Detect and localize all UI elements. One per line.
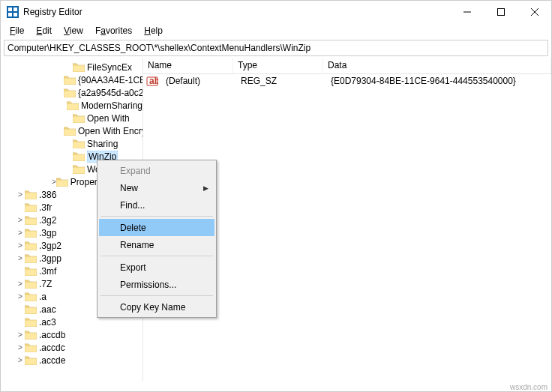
expand-icon[interactable]: >	[16, 229, 25, 237]
menu-new-label: New	[120, 183, 138, 193]
tree-item-label: .accde	[39, 355, 65, 366]
value-type: REG_SZ	[236, 75, 326, 87]
address-path: Computer\HKEY_CLASSES_ROOT\*\shellex\Con…	[8, 43, 310, 53]
watermark: wsxdn.com	[510, 383, 548, 391]
svg-rect-2	[8, 13, 12, 16]
tree-item-label: .accdb	[39, 330, 65, 340]
submenu-arrow-icon: ▶	[203, 184, 208, 192]
menu-help[interactable]: Help	[140, 24, 167, 37]
tree-item-label: .accdc	[39, 343, 65, 353]
maximize-button[interactable]	[484, 1, 518, 23]
tree-item-label: .aac	[39, 304, 56, 315]
menu-copy-key-name[interactable]: Copy Key Name	[99, 298, 214, 316]
tree-item-label: .3gp	[39, 228, 56, 238]
menu-permissions[interactable]: Permissions...	[99, 276, 214, 293]
expand-icon[interactable]: >	[16, 241, 25, 250]
folder-icon	[64, 126, 76, 136]
folder-icon	[25, 355, 37, 365]
tree-item[interactable]: Open With EncryptionMenu	[1, 124, 142, 137]
folder-icon	[25, 228, 37, 238]
folder-icon	[25, 330, 37, 340]
expand-icon[interactable]: >	[16, 331, 25, 339]
svg-rect-5	[497, 9, 504, 16]
tree-item-label: .3fr	[39, 202, 52, 213]
expand-icon[interactable]: >	[16, 254, 25, 262]
header-name[interactable]: Name	[143, 58, 233, 73]
folder-icon	[25, 279, 37, 289]
menu-delete[interactable]: Delete	[99, 219, 214, 236]
folder-icon	[64, 88, 76, 97]
tree-item[interactable]: >.accdc	[1, 341, 142, 354]
menu-edit[interactable]: Edit	[32, 24, 56, 37]
tree-item[interactable]: >.accdb	[1, 328, 142, 341]
folder-icon	[25, 190, 37, 199]
menu-new[interactable]: New▶	[99, 179, 214, 196]
svg-rect-3	[14, 13, 17, 16]
header-type[interactable]: Type	[233, 58, 323, 73]
expand-icon[interactable]: >	[16, 190, 25, 199]
header-data[interactable]: Data	[323, 58, 551, 73]
tree-item-label: Open With	[87, 113, 130, 124]
tree-item-label: .ac3	[39, 317, 56, 328]
expand-icon[interactable]: >	[16, 356, 25, 364]
menu-bar: File Edit View Favorites Help	[1, 23, 551, 38]
svg-rect-1	[14, 7, 17, 11]
menu-favorites[interactable]: Favorites	[91, 24, 136, 37]
tree-item-label: .7Z	[39, 279, 52, 289]
expand-icon[interactable]: >	[16, 216, 25, 224]
expand-icon[interactable]: >	[16, 292, 25, 301]
close-button[interactable]	[518, 1, 551, 23]
app-icon	[7, 6, 19, 18]
folder-icon	[25, 202, 37, 212]
tree-item[interactable]: >.accde	[1, 354, 142, 367]
menu-file[interactable]: File	[5, 24, 28, 37]
menu-export[interactable]: Export	[99, 259, 214, 276]
tree-item[interactable]: FileSyncEx	[1, 61, 142, 73]
list-header: Name Type Data	[143, 58, 551, 74]
folder-icon	[25, 317, 37, 327]
content-area: FileSyncEx{90AA3A4E-1CBA-4233-B8BB-53577…	[1, 58, 551, 381]
folder-icon	[25, 292, 37, 301]
folder-icon	[25, 241, 37, 250]
folder-icon	[73, 62, 85, 72]
tree-item-label: Open With EncryptionMenu	[78, 126, 143, 136]
window-title: Registry Editor	[23, 7, 450, 17]
tree-item-label: .a	[39, 292, 46, 302]
string-value-icon: ab	[146, 76, 158, 86]
tree-item-label: {a2a9545d-a0c2-42b4-9708-a0b2badd77c8}	[78, 88, 143, 98]
tree-item-label: FileSyncEx	[87, 62, 132, 73]
address-bar[interactable]: Computer\HKEY_CLASSES_ROOT\*\shellex\Con…	[4, 40, 548, 56]
menu-view[interactable]: View	[59, 24, 88, 37]
list-row[interactable]: ab (Default) REG_SZ {E0D79304-84BE-11CE-…	[143, 74, 551, 88]
tree-item-label: ModernSharing	[81, 100, 142, 111]
minimize-button[interactable]	[450, 1, 484, 23]
tree-item-label: Sharing	[87, 139, 118, 149]
folder-icon	[25, 215, 37, 225]
tree-item[interactable]: Sharing	[1, 137, 142, 150]
tree-item[interactable]: Open With	[1, 112, 142, 124]
window-controls	[450, 1, 551, 23]
menu-rename[interactable]: Rename	[99, 236, 214, 253]
svg-text:ab: ab	[149, 76, 158, 86]
expand-icon[interactable]: >	[16, 280, 25, 288]
value-name: (Default)	[161, 75, 236, 87]
expand-icon[interactable]: >	[16, 343, 25, 352]
menu-separator	[100, 295, 213, 296]
menu-expand[interactable]: Expand	[99, 162, 214, 179]
svg-rect-0	[8, 7, 12, 11]
tree-item-label: .3gp2	[39, 241, 62, 251]
tree-item-label: {90AA3A4E-1CBA-4233-B8BB-535773D48449}	[78, 75, 143, 85]
tree-item[interactable]: {90AA3A4E-1CBA-4233-B8BB-535773D48449}	[1, 73, 142, 86]
value-data: {E0D79304-84BE-11CE-9641-444553540000}	[326, 75, 551, 87]
context-menu: Expand New▶ Find... Delete Rename Export…	[97, 160, 217, 318]
tree-item[interactable]: ModernSharing	[1, 99, 142, 112]
folder-icon	[64, 75, 76, 85]
tree-item[interactable]: {a2a9545d-a0c2-42b4-9708-a0b2badd77c8}	[1, 86, 142, 99]
menu-find[interactable]: Find...	[99, 196, 214, 214]
folder-icon	[73, 139, 85, 148]
folder-icon	[25, 343, 37, 352]
folder-icon	[25, 266, 37, 276]
folder-icon	[73, 113, 85, 123]
folder-icon	[56, 177, 68, 187]
menu-separator	[100, 216, 213, 217]
